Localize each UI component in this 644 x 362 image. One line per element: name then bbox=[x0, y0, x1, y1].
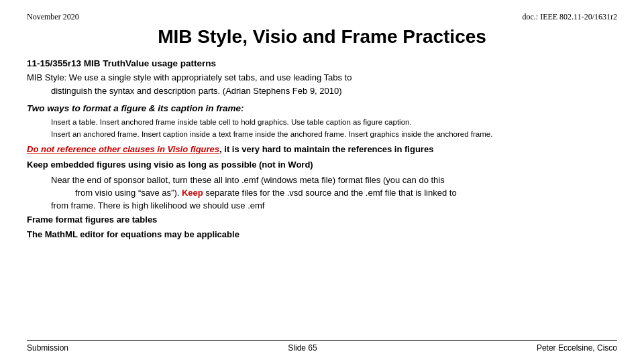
two-ways-heading: Two ways to format a figure & its captio… bbox=[27, 102, 617, 115]
header: November 2020 doc.: IEEE 802.11-20/1631r… bbox=[27, 12, 617, 22]
footer-center: Slide 65 bbox=[288, 343, 317, 353]
do-not-ref-red: Do not reference other clauses in Visio … bbox=[27, 144, 219, 154]
mib-style-para: MIB Style: We use a single style with ap… bbox=[27, 72, 617, 84]
mib-style-line2: distinguish the syntax and description p… bbox=[51, 85, 617, 98]
header-doc: doc.: IEEE 802.11-20/1631r2 bbox=[522, 12, 617, 22]
near-end-keep-word: Keep bbox=[182, 188, 203, 198]
footer: Submission Slide 65 Peter Eccelsine, Cis… bbox=[27, 340, 617, 353]
near-end-line3: from frame. There is high likelihood we … bbox=[51, 200, 264, 210]
header-date: November 2020 bbox=[27, 12, 79, 22]
do-not-ref-rest: , it is very hard to maintain the refere… bbox=[219, 144, 433, 154]
main-title: MIB Style, Visio and Frame Practices bbox=[158, 26, 486, 47]
near-end-line2b: separate files for the .vsd source and t… bbox=[203, 188, 457, 198]
content-area: 11-15/355r13 MIB TruthValue usage patter… bbox=[27, 57, 617, 340]
near-end-line2-before-keep: from visio using “save as”). Keep separa… bbox=[75, 187, 457, 200]
near-end-para: Near the end of sponsor ballot, turn the… bbox=[51, 174, 617, 213]
keep-embedded-heading: Keep embedded figures using visio as lon… bbox=[27, 159, 617, 172]
mib-style-line1: MIB Style: We use a single style with ap… bbox=[27, 72, 352, 82]
insert-table-text: Insert a table. Insert anchored frame in… bbox=[51, 117, 617, 127]
insert-anchored-text: Insert an anchored frame. Insert caption… bbox=[51, 129, 617, 139]
title-section: MIB Style, Visio and Frame Practices bbox=[27, 26, 617, 48]
near-end-line1: Near the end of sponsor ballot, turn the… bbox=[51, 175, 445, 185]
mathml-line: The MathML editor for equations may be a… bbox=[27, 229, 617, 241]
section1-heading: 11-15/355r13 MIB TruthValue usage patter… bbox=[27, 57, 617, 70]
footer-left: Submission bbox=[27, 343, 68, 353]
footer-right: Peter Eccelsine, Cisco bbox=[537, 343, 617, 353]
two-ways-label: Two ways to format a figure & its captio… bbox=[27, 103, 244, 113]
near-end-line2a: from visio using “save as”). bbox=[75, 188, 182, 198]
do-not-ref-line: Do not reference other clauses in Visio … bbox=[27, 143, 617, 156]
frame-format-line: Frame format figures are tables bbox=[27, 214, 617, 227]
